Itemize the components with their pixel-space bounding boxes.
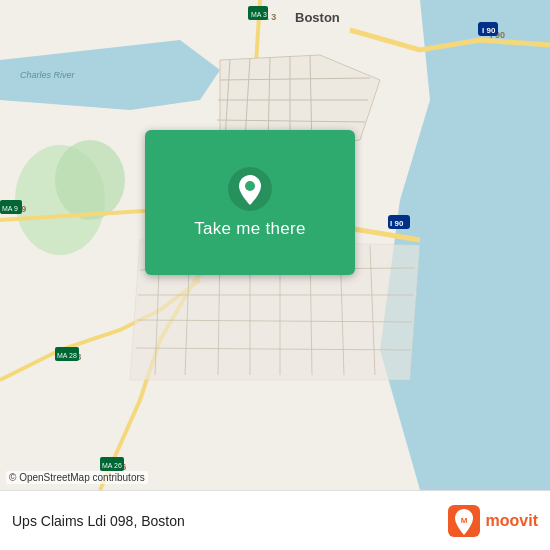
moovit-logo-icon: M [448,505,480,537]
take-me-there-button[interactable]: Take me there [194,219,306,239]
svg-point-49 [245,181,255,191]
svg-text:MA 28: MA 28 [57,352,77,359]
svg-text:Boston: Boston [295,10,340,25]
moovit-logo: M moovit [448,505,538,537]
svg-text:I 90: I 90 [482,26,496,35]
svg-text:M: M [460,516,467,525]
svg-text:MA 9: MA 9 [2,205,18,212]
svg-marker-3 [410,300,550,420]
svg-point-6 [55,140,125,220]
map-view: I 90 MA 3 MA 9 MA 28 MA 26 I 90 Boston C… [0,0,550,490]
svg-text:MA 3: MA 3 [251,11,267,18]
svg-text:I 90: I 90 [390,219,404,228]
location-card[interactable]: Take me there [145,130,355,275]
svg-text:MA 26: MA 26 [102,462,122,469]
location-title: Ups Claims Ldi 098, Boston [12,513,185,529]
location-pin-icon [228,167,272,211]
map-attribution: © OpenStreetMap contributors [6,471,148,484]
moovit-label: moovit [486,512,538,530]
svg-text:Charles River: Charles River [20,70,76,80]
footer-bar: Ups Claims Ldi 098, Boston M moovit [0,490,550,550]
